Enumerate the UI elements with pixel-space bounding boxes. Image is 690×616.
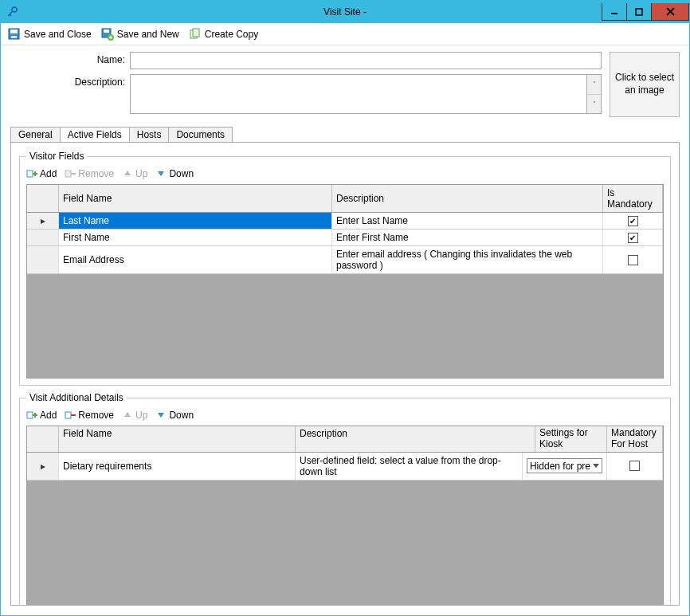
tab-hosts[interactable]: Hosts — [129, 127, 170, 142]
save-and-close-button[interactable]: Save and Close — [6, 27, 94, 41]
copy-icon — [189, 28, 202, 41]
up-icon — [122, 410, 133, 421]
name-label: Name: — [10, 52, 130, 65]
app-icon — [6, 6, 18, 18]
remove-icon — [65, 410, 76, 421]
create-copy-button[interactable]: Create Copy — [186, 27, 261, 41]
svg-rect-24 — [27, 412, 33, 418]
col-description[interactable]: Description — [332, 185, 603, 212]
cell-mandatory[interactable]: ✔ — [603, 230, 663, 245]
details-down-button[interactable]: Down — [155, 410, 194, 421]
svg-rect-27 — [65, 412, 71, 418]
save-and-new-label: Save and New — [117, 29, 179, 40]
svg-marker-22 — [124, 171, 131, 175]
tab-page-active-fields: Visitor Fields Add Remove Up — [10, 142, 680, 606]
svg-marker-30 — [158, 413, 164, 418]
svg-marker-23 — [158, 171, 164, 176]
add-icon — [26, 168, 37, 179]
svg-rect-8 — [10, 29, 18, 33]
cell-field-name[interactable]: Email Address — [59, 246, 332, 273]
toolbar: Save and Close Save and New Create Copy — [1, 23, 689, 45]
svg-rect-17 — [27, 171, 33, 177]
save-icon — [8, 28, 21, 41]
kiosk-select[interactable]: Hidden for pre — [527, 458, 602, 473]
close-button[interactable] — [651, 3, 689, 21]
table-row[interactable]: First NameEnter First Name✔ — [27, 230, 663, 246]
visit-site-window: Visit Site - Save and Close Save and New… — [0, 0, 690, 616]
visitor-fields-grid[interactable]: Field Name Description Is Mandatory ▸Las… — [26, 184, 664, 379]
titlebar[interactable]: Visit Site - — [1, 1, 689, 23]
row-indicator: ▸ — [27, 213, 59, 229]
tab-active-fields[interactable]: Active Fields — [60, 127, 130, 142]
cell-description[interactable]: Enter First Name — [332, 230, 603, 245]
col-description[interactable]: Description — [296, 426, 535, 452]
col-field-name[interactable]: Field Name — [59, 426, 296, 452]
name-input[interactable] — [130, 52, 602, 69]
details-up-button[interactable]: Up — [122, 410, 147, 421]
svg-rect-4 — [636, 9, 642, 15]
row-indicator — [27, 230, 59, 245]
form-header: Name: Description: ˄ ˅ Click to select a… — [10, 52, 680, 119]
visitor-fields-legend: Visitor Fields — [26, 151, 87, 162]
cell-description[interactable]: Enter email address ( Changing this inva… — [332, 246, 603, 273]
cell-mandatory[interactable]: ✔ — [603, 213, 663, 229]
image-picker-label: Click to select an image — [614, 72, 676, 96]
tab-documents[interactable]: Documents — [168, 127, 233, 142]
additional-details-group: Visit Additional Details Add Remove Up — [19, 392, 671, 606]
cell-description[interactable]: User-defined field: select a value from … — [296, 453, 523, 480]
col-mandatory[interactable]: Is Mandatory — [603, 185, 663, 212]
image-picker[interactable]: Click to select an image — [610, 52, 680, 117]
additional-details-grid[interactable]: Field Name Description Settings for Kios… — [26, 426, 664, 606]
cell-kiosk[interactable]: Hidden for pre — [523, 453, 607, 480]
down-icon — [155, 410, 167, 421]
down-icon — [155, 168, 167, 179]
description-label: Description: — [10, 74, 130, 88]
visitor-down-button[interactable]: Down — [155, 168, 194, 179]
cell-mandatory[interactable] — [603, 246, 663, 273]
svg-rect-9 — [11, 36, 17, 38]
spinner-up[interactable]: ˄ — [587, 75, 601, 95]
spinner-down[interactable]: ˅ — [587, 95, 601, 114]
visitor-up-button[interactable]: Up — [122, 168, 147, 179]
save-and-close-label: Save and Close — [24, 29, 92, 40]
col-kiosk[interactable]: Settings for Kiosk — [535, 426, 607, 452]
visitor-fields-group: Visitor Fields Add Remove Up — [19, 151, 671, 386]
col-field-name[interactable]: Field Name — [59, 185, 332, 212]
row-indicator — [27, 246, 59, 273]
row-header-blank — [27, 426, 59, 452]
tab-strip: General Active Fields Hosts Documents — [10, 127, 680, 142]
minimize-button[interactable] — [602, 3, 627, 21]
create-copy-label: Create Copy — [205, 29, 258, 40]
table-row[interactable]: ▸Last NameEnter Last Name✔ — [27, 213, 663, 230]
grid-empty-area — [27, 274, 663, 378]
svg-line-2 — [10, 14, 11, 16]
cell-mandatory-host[interactable] — [607, 453, 663, 480]
cell-field-name[interactable]: First Name — [59, 230, 332, 245]
add-icon — [26, 410, 37, 421]
svg-line-5 — [667, 8, 674, 15]
cell-field-name[interactable]: Last Name — [59, 213, 332, 229]
description-input[interactable] — [130, 74, 587, 114]
svg-rect-16 — [193, 29, 199, 37]
cell-description[interactable]: Enter Last Name — [332, 213, 603, 229]
remove-icon — [65, 168, 76, 179]
svg-rect-11 — [104, 29, 109, 33]
maximize-button[interactable] — [626, 3, 652, 21]
col-mandatory-host[interactable]: Mandatory For Host — [607, 426, 663, 452]
visitor-remove-button[interactable]: Remove — [65, 168, 114, 179]
table-row[interactable]: Email AddressEnter email address ( Chang… — [27, 246, 663, 274]
checkbox[interactable]: ✔ — [628, 233, 638, 243]
details-remove-button[interactable]: Remove — [65, 410, 114, 421]
checkbox[interactable]: ✔ — [628, 216, 638, 226]
row-indicator: ▸ — [27, 453, 59, 480]
details-add-button[interactable]: Add — [26, 410, 57, 421]
svg-line-6 — [667, 8, 674, 15]
visitor-add-button[interactable]: Add — [26, 168, 57, 179]
save-and-new-button[interactable]: Save and New — [99, 27, 182, 41]
cell-field-name[interactable]: Dietary requirements — [59, 453, 296, 480]
grid-empty-area — [27, 481, 663, 606]
checkbox[interactable] — [628, 255, 638, 265]
table-row[interactable]: ▸Dietary requirementsUser-defined field:… — [27, 453, 663, 481]
tab-general[interactable]: General — [10, 127, 61, 142]
checkbox[interactable] — [629, 461, 640, 471]
